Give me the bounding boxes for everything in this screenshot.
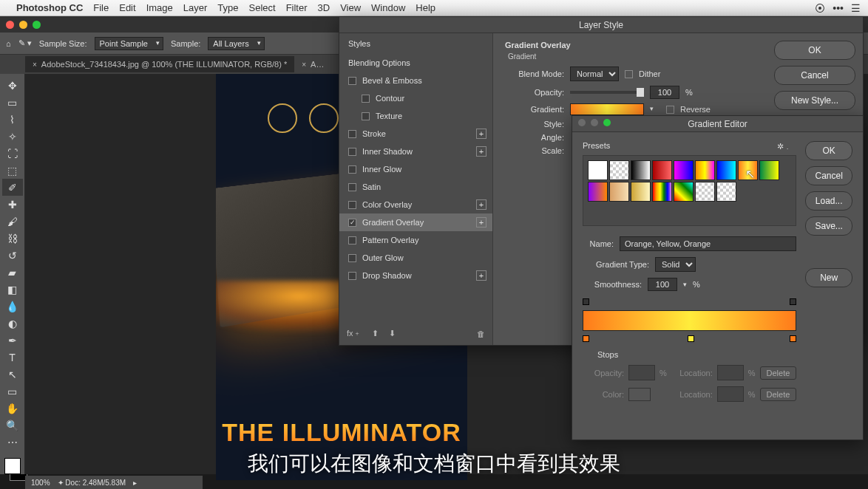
preset-swatch[interactable] — [652, 182, 672, 202]
frame-tool-icon[interactable]: ⬚ — [2, 162, 23, 179]
checkbox[interactable] — [348, 236, 356, 244]
eyedropper-tool-icon[interactable]: ✎ ▾ — [18, 38, 32, 48]
path-tool-icon[interactable]: ↖ — [2, 366, 23, 383]
menu-file[interactable]: File — [93, 2, 109, 13]
styles-header[interactable]: Styles — [339, 33, 492, 54]
dropdown-icon[interactable]: ▾ — [683, 281, 687, 288]
close-icon[interactable] — [578, 119, 586, 126]
effect-pattern-overlay[interactable]: Pattern Overlay — [339, 231, 492, 249]
add-icon[interactable]: + — [476, 217, 486, 228]
blending-options-row[interactable]: Blending Options — [339, 54, 492, 72]
effect-texture[interactable]: Texture — [339, 107, 492, 125]
preset-swatch[interactable] — [609, 182, 629, 202]
add-icon[interactable]: + — [476, 199, 486, 210]
preset-swatch[interactable] — [652, 160, 672, 180]
preset-swatch[interactable] — [631, 160, 651, 180]
up-arrow-icon[interactable]: ⬆ — [372, 329, 379, 338]
reverse-checkbox[interactable] — [666, 106, 674, 114]
pen-tool-icon[interactable]: ✒ — [2, 332, 23, 349]
ok-button[interactable]: OK — [774, 41, 855, 60]
add-icon[interactable]: + — [476, 129, 486, 139]
checkbox[interactable] — [348, 130, 356, 138]
menu-3d[interactable]: 3D — [318, 2, 330, 13]
checkbox[interactable] — [362, 95, 370, 103]
effect-inner-glow[interactable]: Inner Glow — [339, 160, 492, 178]
checkbox[interactable] — [348, 254, 356, 262]
more-icon[interactable]: ••• — [833, 2, 844, 14]
preset-swatch[interactable] — [631, 182, 651, 202]
new-style-button[interactable]: New Style... — [774, 91, 855, 110]
gradient-tool-icon[interactable]: ◧ — [2, 281, 23, 298]
document-tab[interactable]: × A… — [294, 56, 331, 72]
shape-tool-icon[interactable]: ▭ — [2, 383, 23, 400]
down-arrow-icon[interactable]: ⬇ — [389, 329, 396, 338]
effect-contour[interactable]: Contour — [339, 89, 492, 107]
marquee-tool-icon[interactable]: ▭ — [2, 94, 23, 111]
eraser-tool-icon[interactable]: ▰ — [2, 264, 23, 281]
delete-stop-button[interactable]: Delete — [760, 366, 797, 380]
gradient-preview[interactable] — [570, 103, 644, 115]
gear-icon[interactable]: ✲﹒ — [777, 141, 792, 152]
effect-stroke[interactable]: Stroke+ — [339, 125, 492, 143]
sample-dropdown[interactable]: All Layers — [208, 37, 264, 50]
close-tab-icon[interactable]: × — [302, 61, 306, 69]
color-stops-track[interactable] — [583, 335, 796, 343]
color-stop[interactable] — [688, 335, 694, 342]
home-icon[interactable]: ⌂ — [6, 39, 11, 48]
load-button[interactable]: Load... — [805, 191, 852, 211]
magic-wand-tool-icon[interactable]: ✧ — [2, 128, 23, 145]
checkbox[interactable] — [348, 165, 356, 174]
preset-swatch[interactable] — [588, 160, 608, 180]
menu-edit[interactable]: Edit — [119, 2, 135, 13]
effect-drop-shadow[interactable]: Drop Shadow+ — [339, 267, 492, 284]
zoom-tool-icon[interactable]: 🔍 — [2, 417, 23, 434]
menu-filter[interactable]: Filter — [286, 2, 308, 13]
crop-tool-icon[interactable]: ⛶ — [2, 145, 23, 162]
effect-outer-glow[interactable]: Outer Glow — [339, 249, 492, 267]
opacity-stops-track[interactable] — [583, 298, 796, 306]
dither-checkbox[interactable] — [625, 70, 633, 78]
brush-tool-icon[interactable]: 🖌 — [2, 213, 23, 230]
minimize-icon[interactable] — [591, 119, 598, 126]
blur-tool-icon[interactable]: 💧 — [2, 298, 23, 315]
menu-layer[interactable]: Layer — [183, 2, 208, 13]
opacity-stop[interactable] — [583, 298, 589, 305]
preset-swatch[interactable] — [674, 182, 694, 202]
move-tool-icon[interactable]: ✥ — [2, 77, 23, 94]
new-button[interactable]: New — [805, 268, 852, 287]
eyedropper-tool-icon[interactable]: ✐ — [2, 179, 23, 196]
preset-swatch[interactable] — [609, 160, 629, 180]
ok-button[interactable]: OK — [805, 141, 852, 160]
checkbox[interactable] — [348, 77, 356, 85]
hand-tool-icon[interactable]: ✋ — [2, 400, 23, 417]
gradient-bar[interactable] — [583, 310, 796, 331]
minimize-window-icon[interactable] — [19, 21, 27, 29]
trash-icon[interactable]: 🗑 — [477, 329, 485, 338]
checkbox[interactable] — [362, 112, 370, 120]
menu-view[interactable]: View — [340, 2, 361, 13]
preset-swatch[interactable] — [759, 160, 779, 180]
checkbox[interactable] — [348, 183, 356, 191]
smoothness-input[interactable] — [648, 278, 677, 291]
close-tab-icon[interactable]: × — [33, 61, 37, 69]
stop-location-input[interactable] — [717, 365, 744, 380]
color-stop[interactable] — [790, 335, 796, 342]
sample-size-dropdown[interactable]: Point Sample — [95, 37, 163, 50]
checkbox[interactable] — [348, 148, 356, 156]
fx-icon[interactable]: fx﹢ — [347, 328, 362, 339]
zoom-icon[interactable] — [603, 119, 611, 126]
gradient-type-select[interactable]: Solid — [655, 257, 696, 272]
preset-swatch[interactable] — [738, 160, 758, 180]
preset-swatch[interactable] — [695, 182, 715, 202]
zoom-window-icon[interactable] — [33, 21, 41, 29]
stamp-tool-icon[interactable]: ⛓ — [2, 230, 23, 247]
blend-mode-select[interactable]: Normal — [570, 66, 619, 81]
preset-swatch[interactable] — [716, 160, 736, 180]
menu-select[interactable]: Select — [248, 2, 275, 13]
menu-help[interactable]: Help — [416, 2, 435, 13]
effect-gradient-overlay[interactable]: ✓Gradient Overlay+ — [339, 213, 492, 231]
preset-swatch[interactable] — [674, 160, 694, 180]
cancel-button[interactable]: Cancel — [774, 66, 855, 85]
stop-opacity-input[interactable] — [628, 365, 655, 380]
zoom-level[interactable]: 100% — [31, 479, 50, 487]
